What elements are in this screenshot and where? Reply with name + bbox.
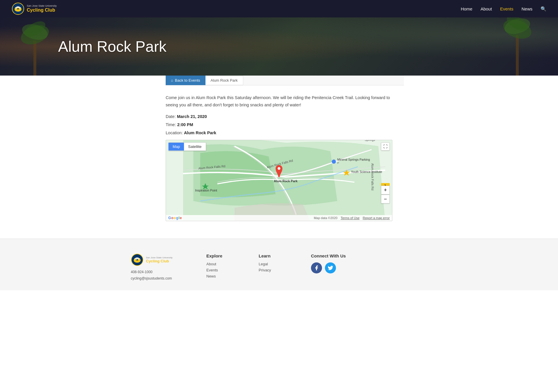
date-value: March 21, 2020 (177, 114, 207, 119)
footer-contact: 408-924-1000 cycling@sjsustudents.com (131, 269, 183, 282)
breadcrumb-wrapper: ⌂ Back to Events Alum Rock Park (154, 76, 404, 85)
footer-learn-title: Learn (259, 253, 288, 258)
svg-text:Mineral Springs Parking: Mineral Springs Parking (337, 158, 370, 161)
time-value: 2:00 PM (177, 122, 193, 127)
nav-about[interactable]: About (480, 6, 492, 11)
footer-phone: 408-924-1000 (131, 269, 183, 275)
logo-university: San Jose State University (27, 5, 57, 8)
svg-point-19 (278, 167, 280, 170)
google-e: e (180, 216, 182, 220)
footer-explore-title: Explore (206, 253, 235, 258)
location-value: Alum Rock Park (184, 130, 216, 135)
twitter-icon[interactable] (325, 262, 336, 273)
event-time: Time: 2:00 PM (166, 122, 392, 127)
back-to-events-label: Back to Events (175, 78, 200, 83)
nav-home[interactable]: Home (461, 6, 472, 11)
map-tab-button[interactable]: Map (169, 143, 184, 151)
footer-explore-column: Explore About Events News (206, 253, 235, 278)
satellite-tab-button[interactable]: Satellite (184, 143, 205, 151)
svg-point-14 (332, 160, 336, 164)
svg-text:Alum Rock Park: Alum Rock Park (274, 179, 297, 183)
google-o1: o (171, 216, 173, 220)
event-date: Date: March 21, 2020 (166, 114, 392, 119)
map-terms-link[interactable]: Terms of Use (341, 216, 360, 220)
google-g: G (168, 216, 171, 220)
home-icon: ⌂ (171, 78, 173, 83)
map-attribution: Map data ©2020 Terms of Use Report a map… (314, 216, 390, 220)
google-g2: g (176, 216, 178, 220)
svg-text:P: P (337, 162, 339, 165)
footer-club-name: Cycling Club (146, 259, 173, 264)
map-zoom-in-button[interactable]: + (381, 186, 390, 194)
map-zoom-out-button[interactable]: − (381, 195, 390, 203)
palm-tree-right-icon (500, 17, 535, 76)
page-title: Alum Rock Park (0, 38, 167, 55)
footer-learn-legal[interactable]: Legal (259, 262, 288, 266)
date-label: Date: (166, 114, 176, 119)
logo-text: San Jose State University Cycling Club (27, 5, 57, 12)
map-report-link[interactable]: Report a map error (363, 216, 390, 220)
footer-explore-about[interactable]: About (206, 262, 235, 266)
google-logo: G o o g l e (168, 216, 182, 220)
footer-learn-column: Learn Legal Privacy (259, 253, 288, 272)
footer-logo-icon (131, 253, 144, 266)
search-button[interactable]: 🔍 (541, 6, 546, 12)
svg-rect-7 (516, 35, 519, 76)
social-icons (311, 262, 346, 273)
svg-text:Alum Rock Falls Rd: Alum Rock Falls Rd (371, 163, 374, 190)
time-label: Time: (166, 122, 176, 127)
footer-connect-column: Connect With Us (311, 253, 346, 273)
footer-university: San Jose State University (146, 256, 173, 259)
map-zoom-controls: + − (381, 186, 390, 203)
footer-explore-news[interactable]: News (206, 274, 235, 278)
map-image: Alum Rock Falls Rd Alum Rock Falls Rd Mi… (166, 140, 392, 221)
google-o2: o (174, 216, 176, 220)
map-expand-button[interactable]: ⛶ (381, 142, 390, 151)
footer-explore-events[interactable]: Events (206, 268, 235, 272)
site-header: San Jose State University Cycling Club H… (0, 0, 558, 17)
google-l: l (178, 216, 179, 220)
map-container: Alum Rock Falls Rd Alum Rock Falls Rd Mi… (166, 140, 392, 221)
hero-section: Alum Rock Park (0, 17, 558, 76)
footer-logo-area: San Jose State University Cycling Club 4… (131, 253, 183, 282)
svg-text:Youth Science Institute: Youth Science Institute (351, 170, 382, 173)
logo-club-name: Cycling Club (27, 8, 57, 13)
club-logo-icon (12, 2, 24, 15)
back-to-events-button[interactable]: ⌂ Back to Events (166, 76, 205, 85)
event-description: Come join us in Alum Rock Park this Satu… (166, 94, 392, 108)
svg-text:Inspiration Point: Inspiration Point (195, 189, 217, 192)
footer-learn-privacy[interactable]: Privacy (259, 268, 288, 272)
breadcrumb-current-page: Alum Rock Park (205, 76, 243, 85)
footer-connect-title: Connect With Us (311, 253, 346, 258)
location-label: Location: (166, 130, 183, 135)
footer-email: cycling@sjsustudents.com (131, 275, 183, 282)
map-toolbar: Map Satellite (168, 142, 206, 151)
map-footer: G o o g l e Map data ©2020 Terms of Use … (166, 215, 392, 221)
event-location: Location: Alum Rock Park (166, 130, 392, 135)
footer-logo[interactable]: San Jose State University Cycling Club (131, 253, 183, 266)
main-content: Come join us in Alum Rock Park this Satu… (154, 94, 404, 221)
breadcrumb: ⌂ Back to Events Alum Rock Park (166, 76, 404, 85)
logo-area[interactable]: San Jose State University Cycling Club (12, 2, 57, 15)
map-copyright: Map data ©2020 (314, 216, 338, 220)
footer-inner: San Jose State University Cycling Club 4… (119, 253, 439, 282)
nav-news[interactable]: News (521, 6, 532, 11)
main-nav: Home About Events News 🔍 (461, 6, 546, 12)
nav-events[interactable]: Events (500, 6, 514, 11)
site-footer: San Jose State University Cycling Club 4… (0, 239, 558, 290)
svg-text:Springs: Springs (365, 140, 375, 142)
facebook-icon[interactable] (311, 262, 322, 273)
